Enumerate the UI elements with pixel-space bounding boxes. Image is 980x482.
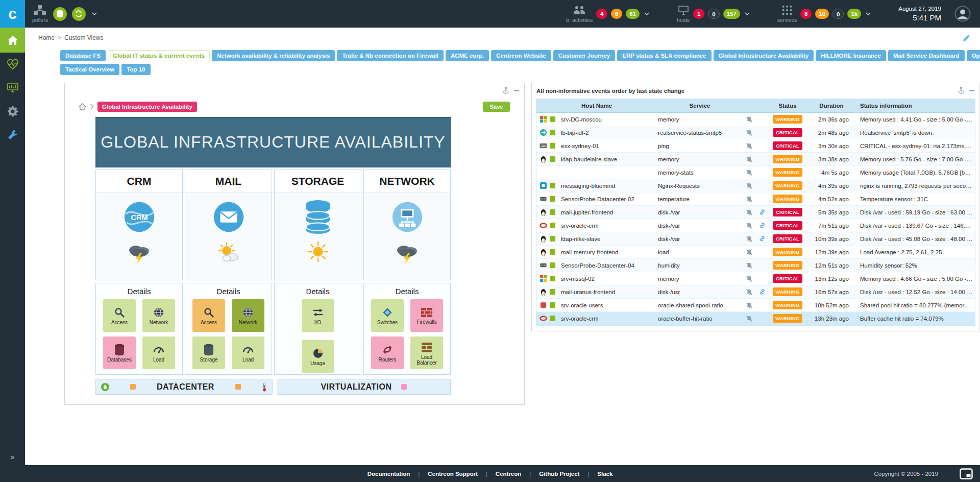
poller-database-status-icon[interactable] (53, 7, 67, 21)
event-row[interactable]: mail-jupiter-frontenddisk-/varCRITICAL5m… (536, 206, 975, 219)
footer-link-documentation[interactable]: Documentation (368, 471, 410, 477)
status-counter-badge[interactable]: 10 (815, 9, 829, 19)
detail-tile-access[interactable]: Access (103, 299, 136, 332)
event-row[interactable]: srv-oracle-crmdisk-/varCRITICAL7m 51s ag… (536, 219, 975, 232)
event-row[interactable]: mail-mercury-frontendloadWARNING12m 39s … (536, 246, 975, 259)
sidebar-item-configuration[interactable] (0, 100, 25, 123)
sidebar-collapse-button[interactable]: » (11, 453, 15, 461)
collapse-widget-icon[interactable] (513, 87, 520, 94)
fullscreen-icon[interactable] (960, 468, 973, 479)
detail-tile-databases[interactable]: Databases (103, 336, 136, 369)
view-tab-acme-corp[interactable]: ACME corp. (446, 50, 489, 61)
sidebar-item-home[interactable] (0, 28, 25, 53)
view-tab-tactical-overview[interactable]: Tactical Overview (60, 64, 119, 75)
link-icon[interactable] (759, 222, 766, 229)
zone-virtualization[interactable]: VIRTUALIZATION (277, 379, 451, 395)
col-header-service[interactable]: Service (657, 103, 743, 109)
detail-tile-access[interactable]: Access (192, 299, 225, 332)
detail-tile-load[interactable]: Load (142, 336, 175, 369)
view-tab-mail-service-dashboard[interactable]: Mail Service Dashboard (888, 50, 965, 61)
status-counter-badge[interactable]: 8 (800, 9, 812, 19)
view-tab-top-10[interactable]: Top 10 (121, 64, 150, 75)
event-row[interactable]: lb-bip-idf-2realservice-status-smtp5CRIT… (536, 126, 975, 139)
breadcrumb-home-link[interactable]: Home (38, 34, 55, 41)
chevron-down-icon[interactable] (644, 12, 649, 15)
poller-latency-status-icon[interactable] (72, 7, 86, 21)
sidebar-item-administration[interactable] (0, 123, 25, 147)
event-row[interactable]: srv-oracle-usersoracle-shared-spool-rati… (536, 299, 975, 312)
edit-view-icon[interactable] (962, 34, 971, 42)
status-counter-badge[interactable]: 6 (611, 9, 622, 19)
save-button[interactable]: Save (483, 102, 510, 112)
event-row[interactable]: ldap-rilke-slavedisk-/varCRITICAL10m 39s… (536, 232, 975, 246)
status-counter-badge[interactable]: 61 (626, 9, 640, 19)
event-row[interactable]: srv-DC-moscoumemoryWARNING2m 36s agoMemo… (536, 113, 975, 126)
col-header-duration[interactable]: Duration (807, 103, 856, 109)
footer-link-centreon-support[interactable]: Centreon Support (428, 471, 478, 477)
detail-tile-load[interactable]: Load (232, 336, 264, 369)
status-counter-badge[interactable]: 0 (832, 9, 844, 19)
view-tab-hillmore-insurance[interactable]: HILLMORE Insurance (816, 50, 886, 61)
status-badge: WARNING (773, 261, 802, 270)
view-tab-global-it-status-current-events[interactable]: Global IT status & current events (108, 50, 210, 61)
status-counter-badge[interactable]: 1k (847, 9, 861, 19)
detail-tile-network[interactable]: Network (232, 299, 264, 332)
status-counter-badge[interactable]: 4 (596, 9, 607, 19)
board-breadcrumb: Global Infrastructure Availability Save (79, 102, 510, 112)
anchor-icon[interactable] (503, 87, 509, 94)
event-row[interactable]: memory-statsWARNING4m 5s agoMemory usage… (536, 166, 975, 179)
view-tab-centreon-website[interactable]: Centreon Website (491, 50, 551, 61)
zone-datacenter[interactable]: DATACENTER (95, 379, 273, 395)
footer-link-centreon[interactable]: Centreon (496, 471, 521, 477)
anchor-icon[interactable] (958, 87, 964, 94)
detail-tile-usage[interactable]: Usage (302, 340, 334, 373)
event-duration: 4m 5s ago (807, 170, 856, 176)
detail-tile-load-balancer[interactable]: Load Balancer (410, 336, 443, 369)
event-row[interactable]: ldap-baudelaire-slavememoryWARNING3m 38s… (536, 153, 975, 166)
link-icon[interactable] (759, 288, 766, 295)
detail-tile-routers[interactable]: Routers (371, 336, 404, 369)
col-header-status[interactable]: Status (768, 103, 807, 109)
status-counter-badge[interactable]: 157 (723, 9, 740, 19)
col-header-info[interactable]: Status information (856, 103, 975, 109)
detail-tile-switches[interactable]: Switches (371, 299, 404, 332)
event-row[interactable]: vmesx-sydney-01pingCRITICAL3m 30s agoCRI… (536, 139, 975, 153)
event-row[interactable]: SensorProbe-Datacenter-04humidityWARNING… (536, 259, 975, 272)
view-tab-network-availability-reliability-analysis[interactable]: Network availability & reliability analy… (212, 50, 335, 61)
view-tab-trafic-nb-connection-on-firewall[interactable]: Trafic & Nb connection on Firewall (337, 50, 444, 61)
footer-link-github-project[interactable]: Github Project (539, 471, 579, 477)
status-counter-badge[interactable]: 1 (693, 9, 704, 19)
home-icon[interactable] (79, 103, 86, 110)
event-row[interactable]: srv-oracle-crmoracle-buffer-hit-ratioWAR… (536, 312, 975, 325)
event-row[interactable]: mail-uranus-frontenddisk-/usrWARNING16m … (536, 285, 975, 299)
service-title: MAIL (185, 170, 272, 193)
status-counter-badge[interactable]: 0 (708, 9, 719, 19)
detail-tile-i-o[interactable]: I/O (302, 299, 334, 332)
sidebar-item-reporting[interactable] (0, 76, 25, 100)
event-row[interactable]: srv-mssql-02memoryCRITICAL13m 12s agoMem… (536, 272, 975, 285)
sidebar-item-monitoring[interactable] (0, 53, 25, 76)
collapse-widget-icon[interactable] (969, 87, 975, 94)
event-duration: 16m 57s ago (807, 289, 856, 295)
detail-tile-network[interactable]: Network (142, 299, 175, 332)
centreon-logo[interactable]: c (0, 0, 25, 28)
detail-tile-firewalls[interactable]: Firewalls (410, 299, 443, 332)
view-tab-customer-journey[interactable]: Customer Journey (553, 50, 616, 61)
event-row[interactable]: SensorProbe-Datacenter-02temperatureWARN… (536, 192, 975, 206)
view-tab-open-tickets[interactable]: Open Tickets (967, 50, 980, 61)
link-icon[interactable] (759, 235, 766, 242)
footer-link-slack[interactable]: Slack (597, 471, 612, 477)
link-icon[interactable] (759, 209, 766, 215)
view-tab-global-infrastructure-availability[interactable]: Global Infrastructure Availability (714, 50, 814, 61)
view-tab-erp-status-sla-compliance[interactable]: ERP status & SLA compliance (617, 50, 711, 61)
pollers-menu[interactable]: pollers (32, 5, 97, 23)
chevron-down-icon[interactable] (92, 12, 97, 15)
event-row[interactable]: messaging-bluemindNginx-RequestsWARNING4… (536, 179, 975, 192)
detail-tile-storage[interactable]: Storage (192, 336, 225, 369)
view-tab-database-fs[interactable]: Database FS (60, 50, 106, 61)
chevron-down-icon[interactable] (745, 12, 750, 15)
col-header-host[interactable]: Host Name (536, 103, 657, 109)
chevron-down-icon[interactable] (866, 12, 871, 15)
user-avatar[interactable] (954, 6, 971, 22)
bluemind-icon (540, 182, 547, 189)
